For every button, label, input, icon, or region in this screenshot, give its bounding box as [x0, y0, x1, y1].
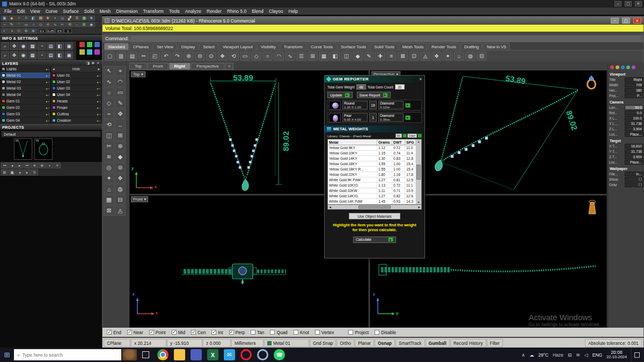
viewport-tab[interactable]: Perspective [191, 63, 224, 70]
project-tool-icon[interactable]: ◂ [16, 169, 23, 175]
matrix-tool-icon[interactable]: ▦ [81, 16, 88, 21]
toolbar-icon[interactable]: ⊠ [398, 51, 408, 61]
notification-center-button[interactable] [631, 348, 642, 362]
menu-item[interactable]: Edit [14, 9, 28, 14]
metal-row[interactable]: Yellow Gold:22KY 1.80 1.16 17.8 [328, 172, 416, 178]
osnap-toggle[interactable]: Quad [270, 330, 287, 335]
properties-tab-icon[interactable] [610, 65, 614, 69]
side-tool-icon[interactable]: ◫ [104, 130, 114, 141]
snap-value-button[interactable]: 1 [64, 28, 72, 33]
network-tray-icon[interactable]: ≋ [576, 352, 580, 358]
menu-item[interactable]: Blend [249, 9, 266, 14]
property-value[interactable]: 0.0 [625, 110, 643, 115]
layer-lock-icon[interactable]: ▪ [99, 119, 100, 122]
toolbar-tab[interactable]: Surface Tools [337, 43, 370, 50]
maximize-button[interactable]: ▢ [622, 18, 630, 24]
info-tool-icon[interactable]: ▣ [65, 42, 73, 50]
layer-row[interactable]: Metal 03 ● ▪ [1, 85, 50, 92]
info-tool-icon[interactable]: ⌕ [1, 42, 9, 50]
layer-visibility-icon[interactable]: ● [97, 74, 98, 77]
project-tool-icon[interactable]: ↤ [1, 162, 8, 168]
toolbar-tab[interactable]: Render Tools [428, 43, 460, 50]
menu-item[interactable]: Solid [82, 9, 97, 14]
matrix-tool-icon[interactable]: ⊕ [30, 28, 37, 34]
cplane-button[interactable]: CPlane [104, 339, 130, 347]
task-view-icon[interactable] [142, 351, 149, 358]
checkbox-icon[interactable] [211, 330, 216, 335]
vertical-scrollbar[interactable]: ▲ ▼ [416, 139, 421, 204]
layer-visibility-icon[interactable]: ● [46, 119, 47, 122]
side-tool-icon[interactable]: ◠ [115, 77, 126, 87]
snap-value-button[interactable]: 0.25 [47, 28, 55, 33]
gem-reporter-titlebar[interactable]: GEM REPORTER ✕ [325, 76, 425, 83]
layer-row[interactable]: Gem 03 ● ▪ [1, 111, 50, 117]
layer-color-chip[interactable] [52, 99, 56, 103]
side-tool-icon[interactable]: ⊠ [104, 205, 114, 216]
layer-lock-icon[interactable]: ▪ [99, 106, 100, 109]
side-tool-icon[interactable]: ⊞ [115, 130, 126, 141]
property-value[interactable]: 3.904 [625, 154, 643, 159]
matrix-tool-icon[interactable]: ☰ [74, 16, 80, 21]
checkbox-icon[interactable] [191, 330, 196, 335]
metal-row[interactable]: White Gold:10KX1 1.13 0.72 11.1 [328, 183, 416, 188]
matrix-tool-icon[interactable]: ⟐ [23, 16, 30, 21]
toolbar-icon[interactable]: ↶ [161, 51, 171, 61]
app-icon-blue[interactable] [191, 349, 202, 360]
use-object-materials-button[interactable]: Use Object Materials [349, 213, 400, 219]
metal-row[interactable]: Yellow Gold:9KY 1.12 0.72 11.0 [328, 145, 416, 151]
render-tab-icon[interactable] [616, 65, 619, 69]
layer-color-chip[interactable] [2, 86, 5, 90]
layer-row[interactable]: Gem 01 ● ▪ [1, 98, 50, 105]
toolbar-icon[interactable]: ◧ [330, 51, 340, 61]
library-toggle[interactable]: 0v1 [396, 134, 407, 138]
file-explorer-icon[interactable] [174, 349, 185, 360]
osnap-toggle[interactable]: Perp [229, 330, 245, 335]
close-button[interactable]: ✕ [633, 18, 641, 24]
toolbar-tab[interactable]: Display [178, 43, 199, 50]
layer-lock-icon[interactable]: ▪ [48, 68, 49, 71]
snap-value-button[interactable]: 0.1 [38, 28, 46, 33]
layers-tool-icon[interactable]: ✚ [91, 61, 94, 65]
matrix-tool-icon[interactable]: ▤ [38, 16, 45, 21]
gem-select-icon[interactable]: ▶ [405, 115, 411, 120]
info-tool-icon[interactable]: ▣ [65, 51, 73, 59]
toolbar-icon[interactable]: ⟲ [229, 51, 239, 61]
weather-cond[interactable]: Haze [553, 352, 564, 358]
toolbar-tab[interactable]: Standard [104, 43, 129, 50]
horizontal-scrollbar[interactable]: ◀ ▶ [327, 205, 422, 210]
matrix-tool-icon[interactable]: ◧ [30, 16, 37, 21]
weather-temp[interactable]: 29°C [538, 352, 548, 358]
side-tool-icon[interactable]: ⌖ [115, 66, 126, 76]
layer-visibility-icon[interactable]: ● [97, 119, 98, 122]
checkbox-icon[interactable] [107, 330, 112, 335]
info-tool-icon[interactable]: ◉ [19, 42, 27, 50]
metal-row[interactable]: White Gold:14KX1 1.27 0.82 12.6 [328, 194, 416, 199]
checkbox-icon[interactable] [294, 330, 298, 335]
layer-color-chip[interactable] [2, 80, 5, 84]
info-tool-icon[interactable]: ◔ [38, 51, 46, 59]
toolbar-tab[interactable]: Visibility [257, 43, 280, 50]
side-tool-icon[interactable]: ⊚ [115, 162, 126, 173]
matrix-tool-icon[interactable]: ❖ [88, 16, 95, 21]
matrix-tool-icon[interactable]: ⌁ [1, 22, 8, 27]
toolbar-icon[interactable]: ◰ [150, 51, 160, 61]
matrix-tool-icon[interactable]: ≋ [45, 22, 52, 27]
layer-color-chip[interactable] [52, 86, 56, 90]
layer-row[interactable]: User 02 ● ▪ [51, 79, 101, 85]
toolbar-tab[interactable]: Set View [153, 43, 177, 50]
hide-right-icon[interactable]: ▸ [98, 67, 100, 71]
col-metal[interactable]: Metal [328, 139, 377, 145]
matrix-tool-icon[interactable]: ▞ [67, 16, 74, 21]
minimize-button[interactable]: ─ [614, 1, 621, 6]
side-tool-icon[interactable]: ⊕ [115, 141, 126, 151]
layer-row[interactable]: Cutting ● ▪ [51, 111, 101, 117]
toolbar-icon[interactable]: ⊞ [308, 51, 318, 61]
side-tool-icon[interactable]: ✥ [115, 109, 126, 119]
layer-color-chip[interactable] [52, 80, 56, 84]
toolbar-icon[interactable]: ◫ [341, 51, 352, 61]
property-value[interactable]: 16.810 [625, 144, 643, 149]
help-tab-icon[interactable] [632, 65, 635, 69]
project-tool-icon[interactable]: ▣ [9, 169, 16, 175]
property-value[interactable]: Right [625, 77, 643, 82]
material-cube-icon[interactable] [86, 49, 93, 55]
